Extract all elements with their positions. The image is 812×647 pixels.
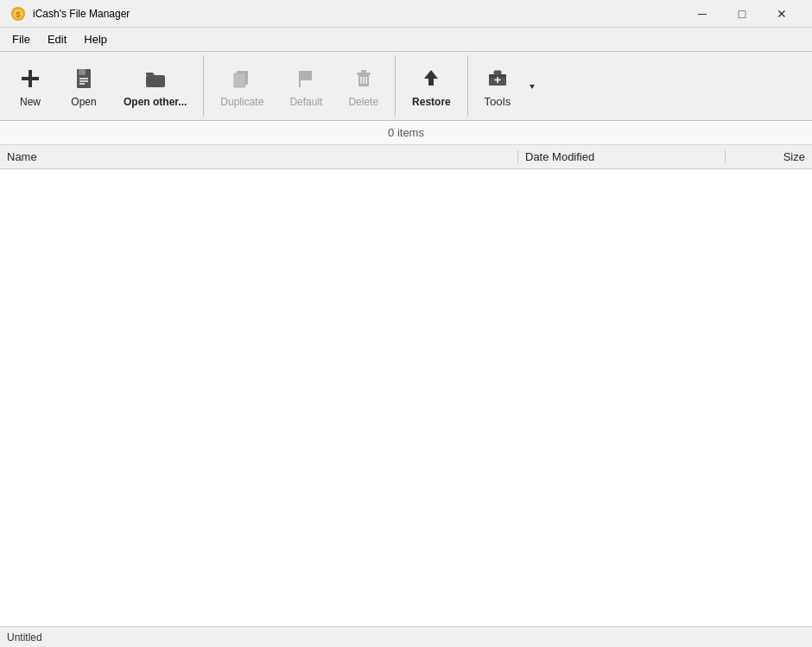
duplicate-button-label: Duplicate <box>220 96 263 108</box>
restore-button[interactable]: Restore <box>399 55 464 117</box>
new-button[interactable]: New <box>3 55 57 117</box>
plus-icon <box>16 65 44 92</box>
open-other-button-label: Open other... <box>124 96 187 108</box>
svg-marker-27 <box>530 85 535 89</box>
tools-dropdown-arrow[interactable] <box>523 55 541 117</box>
tools-main-button[interactable]: Tools <box>472 55 523 117</box>
toolbar-group-new: New Open Open other... <box>0 55 203 117</box>
tools-icon <box>485 65 510 92</box>
toolbar-group-actions: Duplicate Default <box>203 55 395 117</box>
minimize-button[interactable]: ─ <box>682 0 722 28</box>
menu-bar: File Edit Help <box>0 28 812 52</box>
toolbar-group-restore: Restore <box>395 55 467 117</box>
delete-button-label: Delete <box>348 96 378 108</box>
svg-rect-10 <box>146 75 165 87</box>
tools-button-container: Tools <box>472 55 541 117</box>
new-button-label: New <box>20 96 41 108</box>
menu-file[interactable]: File <box>3 29 39 49</box>
default-button-label: Default <box>289 96 322 108</box>
column-name-header: Name <box>0 150 518 163</box>
table-header: Name Date Modified Size <box>0 145 812 169</box>
duplicate-icon <box>228 65 256 92</box>
svg-rect-16 <box>357 73 371 75</box>
title-bar: $ iCash's File Manager ─ □ ✕ <box>0 0 812 28</box>
status-text: Untitled <box>7 631 42 644</box>
tools-button-label: Tools <box>484 95 511 108</box>
window-controls: ─ □ ✕ <box>682 0 802 28</box>
svg-marker-14 <box>300 71 312 80</box>
menu-edit[interactable]: Edit <box>39 29 75 49</box>
svg-rect-4 <box>22 77 39 80</box>
items-count-bar: 0 items <box>0 121 812 145</box>
trash-icon <box>350 65 377 92</box>
open-button[interactable]: Open <box>57 55 111 117</box>
svg-text:$: $ <box>16 10 20 19</box>
column-size-header: Size <box>726 150 812 163</box>
svg-marker-21 <box>424 70 438 86</box>
open-button-label: Open <box>71 96 96 108</box>
items-count-label: 0 items <box>388 126 424 139</box>
svg-rect-12 <box>234 73 245 87</box>
window-title: iCash's File Manager <box>33 8 682 20</box>
maximize-button[interactable]: □ <box>722 0 762 28</box>
file-list-content <box>0 169 812 626</box>
svg-rect-24 <box>494 71 501 74</box>
delete-button[interactable]: Delete <box>335 55 391 117</box>
default-button[interactable]: Default <box>276 55 335 117</box>
close-button[interactable]: ✕ <box>762 0 802 28</box>
restore-button-label: Restore <box>412 96 451 108</box>
upload-icon <box>417 65 445 92</box>
svg-rect-17 <box>361 70 366 73</box>
toolbar-group-tools: Tools <box>467 55 544 117</box>
open-other-button[interactable]: Open other... <box>111 55 200 117</box>
svg-rect-6 <box>79 69 86 75</box>
document-icon <box>70 65 98 92</box>
folder-icon <box>142 65 169 92</box>
duplicate-button[interactable]: Duplicate <box>207 55 276 117</box>
column-date-header: Date Modified <box>518 150 726 163</box>
menu-help[interactable]: Help <box>75 29 116 49</box>
flag-icon <box>292 65 320 92</box>
status-bar: Untitled <box>0 626 812 647</box>
app-icon: $ <box>10 6 26 22</box>
toolbar: New Open Open other... <box>0 52 812 121</box>
